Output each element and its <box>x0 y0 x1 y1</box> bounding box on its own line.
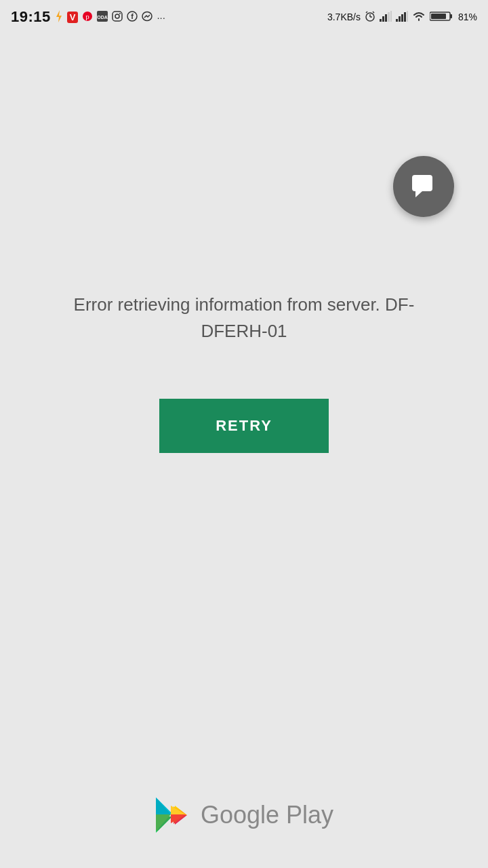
v-app-icon: V <box>67 12 79 23</box>
signal-strength-1 <box>380 11 392 24</box>
svg-rect-16 <box>380 19 382 22</box>
svg-line-15 <box>373 12 374 13</box>
svg-text:f: f <box>131 12 134 20</box>
svg-line-14 <box>366 12 367 13</box>
main-content: Error retrieving information from server… <box>0 34 488 776</box>
bolt-status-icon <box>55 10 63 24</box>
svg-rect-21 <box>396 19 398 22</box>
instagram-icon <box>112 11 123 24</box>
svg-point-6 <box>115 14 119 18</box>
svg-text:p: p <box>86 12 90 20</box>
messenger-icon <box>142 11 152 24</box>
svg-rect-5 <box>113 12 122 21</box>
more-icon: ··· <box>157 12 165 23</box>
svg-rect-19 <box>388 12 390 22</box>
svg-point-7 <box>119 13 121 14</box>
status-bar: 19:15 V p TODAY f ··· 3.7KB/s <box>0 0 488 34</box>
svg-rect-22 <box>399 16 401 22</box>
svg-rect-27 <box>450 14 452 18</box>
svg-rect-29 <box>412 175 432 191</box>
battery-indicator <box>430 11 454 24</box>
pinterest-icon: p <box>82 11 93 24</box>
chat-icon <box>409 172 439 201</box>
svg-rect-23 <box>401 14 403 22</box>
wifi-icon <box>412 11 426 24</box>
svg-rect-28 <box>431 14 446 19</box>
chat-fab-button[interactable] <box>393 156 454 217</box>
svg-rect-24 <box>404 12 406 22</box>
network-speed: 3.7KB/s <box>327 12 361 22</box>
status-bar-left: 19:15 V p TODAY f ··· <box>11 8 165 26</box>
battery-percent: 81% <box>458 12 477 22</box>
svg-rect-18 <box>385 14 387 22</box>
error-message: Error retrieving information from server… <box>0 292 488 344</box>
svg-rect-20 <box>390 11 392 22</box>
svg-marker-30 <box>415 191 422 197</box>
google-play-label: Google Play <box>201 801 333 829</box>
svg-marker-0 <box>56 10 62 22</box>
svg-text:TODAY: TODAY <box>97 15 108 20</box>
signal-strength-2 <box>396 11 408 24</box>
svg-rect-25 <box>407 11 408 22</box>
brava-icon: TODAY <box>97 11 108 24</box>
alarm-icon <box>365 11 375 24</box>
google-play-footer: Google Play <box>0 776 488 868</box>
status-time: 19:15 <box>11 8 51 26</box>
google-play-logo-icon <box>155 796 188 834</box>
svg-rect-17 <box>382 16 384 22</box>
retry-button[interactable]: RETRY <box>159 399 329 453</box>
status-bar-right: 3.7KB/s 81% <box>327 11 477 24</box>
facebook-icon: f <box>127 11 138 24</box>
